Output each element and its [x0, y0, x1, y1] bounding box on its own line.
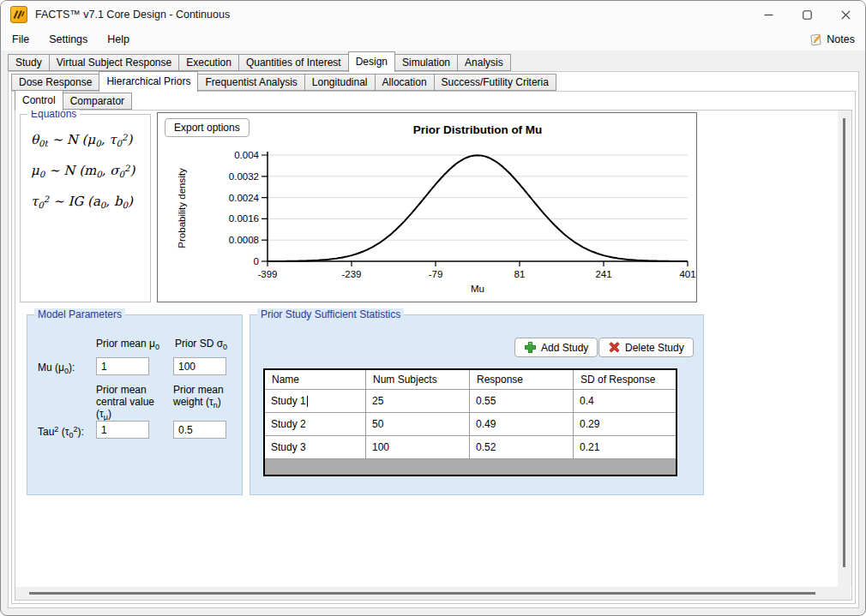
delete-icon	[608, 341, 621, 354]
y-tick-label: 0	[254, 256, 259, 266]
tab-simulation[interactable]: Simulation	[394, 54, 458, 71]
table-cell[interactable]: 0.4	[574, 389, 676, 412]
tab-study[interactable]: Study	[8, 54, 50, 71]
tab-analysis[interactable]: Analysis	[457, 54, 511, 71]
export-options-button[interactable]: Export options	[165, 118, 250, 137]
equation-line: θ0t ~ N (μ0, τ02)	[31, 132, 140, 148]
x-tick-label: -399	[257, 269, 277, 279]
y-tick-label: 0.0008	[229, 235, 259, 245]
menu-item-file[interactable]: File	[3, 30, 38, 49]
model-parameters-group: Model Parameters Prior mean μ0 Prior SD …	[27, 314, 243, 495]
tab-design[interactable]: Design	[348, 51, 395, 72]
table-cell[interactable]: Study 1	[265, 389, 366, 412]
y-tick-label: 0.0032	[229, 171, 259, 182]
close-button[interactable]	[827, 1, 865, 28]
mu-row-label: Mu (μ0):	[38, 362, 75, 375]
menu-bar: File Settings Help Notes	[1, 28, 865, 51]
table-cell[interactable]: Study 2	[265, 412, 366, 435]
tab-longitudinal[interactable]: Longitudinal	[304, 74, 376, 91]
tab-execution[interactable]: Execution	[178, 54, 239, 71]
notes-icon	[809, 33, 823, 46]
equations-group: Equations θ0t ~ N (μ0, τ02)μ0 ~ N (m0, σ…	[20, 114, 151, 302]
text-caret	[307, 396, 308, 407]
model-parameters-group-title: Model Parameters	[34, 308, 125, 320]
table-cell[interactable]: Study 3	[265, 435, 366, 458]
design-sub-tab-strip: Dose ResponseHierarchical PriorsFrequent…	[11, 71, 556, 92]
table-header-cell[interactable]: Name	[265, 370, 366, 389]
prior-study-group: Prior Study Sufficient Statistics Add St…	[250, 314, 704, 495]
y-tick-label: 0.0024	[229, 193, 260, 203]
table-header-cell[interactable]: Num Subjects	[366, 370, 470, 389]
tab-frequentist-analysis[interactable]: Frequentist Analysis	[197, 74, 304, 91]
x-tick-label: 401	[679, 269, 695, 279]
add-icon	[524, 341, 537, 354]
minimize-button[interactable]	[749, 1, 788, 28]
tau-row-label: Tau2 (τ02):	[38, 425, 84, 440]
tau2-weight-input[interactable]	[173, 421, 226, 439]
tab-virtual-subject-response[interactable]: Virtual Subject Response	[49, 54, 180, 71]
tab-dose-response[interactable]: Dose Response	[11, 74, 99, 91]
app-window: FACTS™ v7.1 Core Design - Continuous Fil…	[0, 0, 866, 616]
tab-allocation[interactable]: Allocation	[375, 74, 435, 91]
equation-line: τ02 ~ IG (a0, b0)	[31, 194, 140, 210]
title-bar: FACTS™ v7.1 Core Design - Continuous	[1, 1, 865, 28]
prior-distribution-chart: Prior Distribution of Mu00.00080.00160.0…	[158, 113, 696, 302]
table-cell[interactable]: 0.49	[470, 412, 574, 435]
vertical-scrollbar-thumb[interactable]	[843, 118, 845, 567]
prior-study-table: NameNum SubjectsResponseSD of ResponseSt…	[263, 368, 677, 476]
prior-mean-weight-label: Prior mean weight (τn)	[173, 384, 244, 410]
tau2-central-value-input[interactable]	[96, 421, 149, 439]
table-cell[interactable]: 100	[366, 435, 470, 458]
chart-title: Prior Distribution of Mu	[413, 123, 543, 136]
add-study-button[interactable]: Add Study	[514, 338, 598, 357]
tab-quantities-of-interest[interactable]: Quantities of Interest	[238, 54, 349, 71]
tab-hierarchical-priors[interactable]: Hierarchical Priors	[99, 71, 198, 92]
priors-sub-tab-strip: ControlComparator	[15, 90, 131, 111]
menu-item-help[interactable]: Help	[99, 30, 138, 49]
table-cell[interactable]: 50	[366, 412, 470, 435]
x-tick-label: 81	[514, 269, 526, 279]
y-axis-label: Probability density	[177, 168, 187, 248]
table-header-cell[interactable]: SD of Response	[574, 370, 676, 389]
mu-prior-sd-input[interactable]	[173, 357, 226, 375]
horizontal-scrollbar-thumb[interactable]	[29, 592, 815, 595]
prior-mean-column-header: Prior mean μ0	[96, 338, 159, 351]
x-axis-label: Mu	[471, 284, 484, 294]
prior-distribution-chart-panel: Export options Prior Distribution of Mu0…	[157, 112, 697, 302]
add-study-label: Add Study	[541, 342, 588, 354]
table-cell[interactable]: 0.52	[470, 435, 574, 458]
table-cell[interactable]: 0.55	[470, 389, 574, 412]
table-header-row: NameNum SubjectsResponseSD of Response	[265, 370, 676, 389]
tab-control[interactable]: Control	[15, 90, 63, 111]
mu-prior-mean-input[interactable]	[96, 357, 149, 375]
table-cell[interactable]: 0.21	[574, 435, 676, 458]
prior-mean-central-value-label: Prior mean central value (τμ)	[96, 384, 165, 422]
window-title: FACTS™ v7.1 Core Design - Continuous	[35, 9, 230, 21]
delete-study-button[interactable]: Delete Study	[598, 338, 694, 357]
prior-sd-column-header: Prior SD σ0	[175, 338, 227, 351]
tab-comparator[interactable]: Comparator	[63, 93, 132, 110]
notes-button[interactable]: Notes	[809, 33, 855, 46]
table-row: Study 2500.490.29	[265, 412, 676, 435]
table-header-cell[interactable]: Response	[470, 370, 574, 389]
vertical-scrollbar[interactable]	[838, 111, 851, 587]
table-cell[interactable]: 25	[366, 389, 470, 412]
prior-study-group-title: Prior Study Sufficient Statistics	[257, 308, 404, 320]
horizontal-scrollbar[interactable]	[15, 587, 851, 600]
table-cell[interactable]: 0.29	[574, 412, 676, 435]
tab-success-futility-criteria[interactable]: Success/Futility Criteria	[434, 74, 556, 91]
notes-label: Notes	[827, 33, 855, 45]
y-tick-label: 0.004	[234, 150, 259, 160]
facts-app-icon	[10, 6, 27, 23]
minimize-icon	[764, 10, 773, 20]
x-tick-label: 241	[595, 269, 611, 279]
equation-line: μ0 ~ N (m0, σ02)	[31, 163, 140, 179]
menu-item-settings[interactable]: Settings	[40, 30, 96, 49]
maximize-button[interactable]	[788, 1, 827, 28]
distribution-curve	[268, 155, 688, 261]
maximize-icon	[803, 10, 812, 20]
close-icon	[841, 10, 851, 20]
x-tick-label: -239	[341, 269, 361, 279]
table-empty-area	[265, 458, 676, 475]
x-tick-label: -79	[429, 269, 443, 279]
